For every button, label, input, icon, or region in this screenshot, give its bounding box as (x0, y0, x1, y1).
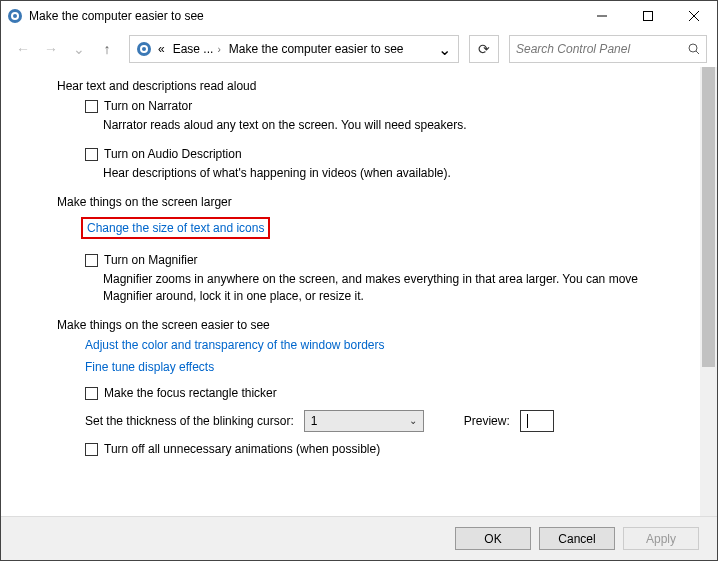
svg-rect-4 (644, 12, 653, 21)
chevron-right-icon: › (217, 44, 220, 55)
refresh-button[interactable]: ⟳ (469, 35, 499, 63)
magnifier-description: Magnifier zooms in anywhere on the scree… (103, 271, 660, 303)
up-button[interactable]: ↑ (95, 37, 119, 61)
cursor-thickness-label: Set the thickness of the blinking cursor… (85, 414, 294, 428)
magnifier-checkbox-row[interactable]: Turn on Magnifier (85, 253, 660, 267)
maximize-button[interactable] (625, 1, 671, 31)
cancel-button[interactable]: Cancel (539, 527, 615, 550)
checkbox-icon[interactable] (85, 148, 98, 161)
address-dropdown-icon[interactable]: ⌄ (434, 39, 454, 59)
window-title: Make the computer easier to see (29, 9, 579, 23)
checkbox-icon[interactable] (85, 254, 98, 267)
audio-description-checkbox-row[interactable]: Turn on Audio Description (85, 147, 660, 161)
cursor-thickness-select[interactable]: 1 ⌄ (304, 410, 424, 432)
preview-label: Preview: (464, 414, 510, 428)
change-text-size-link[interactable]: Change the size of text and icons (87, 221, 264, 235)
narrator-checkbox-row[interactable]: Turn on Narrator (85, 99, 660, 113)
window: Make the computer easier to see ← → ⌄ ↑ … (0, 0, 718, 561)
vertical-scrollbar[interactable] (700, 67, 717, 516)
nav-toolbar: ← → ⌄ ↑ « Ease ...› Make the computer ea… (1, 31, 717, 67)
checkbox-label: Turn off all unnecessary animations (whe… (104, 442, 380, 456)
search-box[interactable] (509, 35, 707, 63)
breadcrumb-label: Make the computer easier to see (229, 42, 404, 56)
breadcrumb-item[interactable]: Ease ...› (169, 42, 225, 56)
highlight-box: Change the size of text and icons (81, 217, 270, 239)
checkbox-label: Turn on Narrator (104, 99, 192, 113)
checkbox-icon[interactable] (85, 100, 98, 113)
titlebar: Make the computer easier to see (1, 1, 717, 31)
focus-rectangle-checkbox-row[interactable]: Make the focus rectangle thicker (85, 386, 660, 400)
checkbox-label: Turn on Magnifier (104, 253, 198, 267)
select-value: 1 (311, 414, 318, 428)
chevron-down-icon: ⌄ (409, 415, 417, 426)
animations-checkbox-row[interactable]: Turn off all unnecessary animations (whe… (85, 442, 660, 456)
search-icon[interactable] (682, 43, 706, 55)
breadcrumb-prev[interactable]: « (154, 42, 169, 56)
section-heading: Make things on the screen larger (57, 195, 660, 209)
breadcrumb-item[interactable]: Make the computer easier to see (225, 42, 408, 56)
checkbox-label: Make the focus rectangle thicker (104, 386, 277, 400)
recent-dropdown[interactable]: ⌄ (67, 37, 91, 61)
svg-point-10 (689, 44, 697, 52)
section-heading: Make things on the screen easier to see (57, 318, 660, 332)
close-button[interactable] (671, 1, 717, 31)
audio-description-text: Hear descriptions of what's happening in… (103, 165, 660, 181)
address-bar[interactable]: « Ease ...› Make the computer easier to … (129, 35, 459, 63)
breadcrumb-label: Ease ... (173, 42, 214, 56)
section-heading: Hear text and descriptions read aloud (57, 79, 660, 93)
content-pane: Hear text and descriptions read aloud Tu… (1, 67, 700, 516)
cursor-icon (527, 414, 528, 428)
fine-tune-link[interactable]: Fine tune display effects (85, 360, 214, 374)
checkbox-icon[interactable] (85, 443, 98, 456)
svg-line-11 (696, 51, 699, 54)
minimize-button[interactable] (579, 1, 625, 31)
apply-button[interactable]: Apply (623, 527, 699, 550)
control-panel-icon (7, 8, 23, 24)
search-input[interactable] (510, 42, 682, 56)
dialog-footer: OK Cancel Apply (1, 516, 717, 560)
checkbox-icon[interactable] (85, 387, 98, 400)
scrollbar-thumb[interactable] (702, 67, 715, 367)
svg-point-2 (13, 14, 17, 18)
cursor-preview (520, 410, 554, 432)
ok-button[interactable]: OK (455, 527, 531, 550)
svg-point-9 (142, 47, 146, 51)
narrator-description: Narrator reads aloud any text on the scr… (103, 117, 660, 133)
control-panel-icon (134, 39, 154, 59)
back-button[interactable]: ← (11, 37, 35, 61)
adjust-color-link[interactable]: Adjust the color and transparency of the… (85, 338, 385, 352)
forward-button[interactable]: → (39, 37, 63, 61)
checkbox-label: Turn on Audio Description (104, 147, 242, 161)
